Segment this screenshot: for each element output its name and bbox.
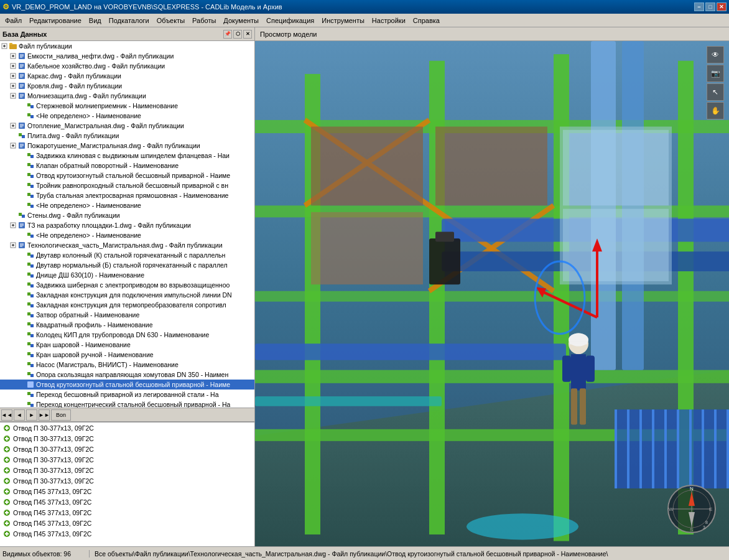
tree-item[interactable]: Кровля.dwg - Файл публикации — [0, 81, 254, 91]
list-item-icon — [2, 424, 11, 432]
tree-item[interactable]: Кабельное хозяйство.dwg - Файл публикаци… — [0, 61, 254, 71]
tree-item[interactable]: <Не определено> - Наименование — [0, 111, 254, 121]
tree-expand-icon[interactable] — [9, 72, 17, 80]
close-button[interactable]: ✕ — [717, 2, 727, 11]
tree-item[interactable]: Тройник равнопроходный стальной бесшовны… — [0, 180, 254, 190]
list-item[interactable]: Отвод П 30-377х13, 09Г2С — [0, 444, 254, 454]
tree-item[interactable]: Задвижка шиберная с электроприводом во в… — [0, 280, 254, 290]
tree-expand-icon[interactable] — [9, 91, 17, 100]
tree-item[interactable]: Насос (Магистраль, ВНИИСТ) - Наименовани… — [0, 360, 254, 370]
menu-item-documents[interactable]: Документы — [220, 16, 262, 26]
bottom-list[interactable]: Отвод П 30-377х13, 09Г2СОтвод П 30-377х1… — [0, 422, 254, 546]
tree-item[interactable]: <Не определено> - Наименование — [0, 230, 254, 240]
tree-item[interactable]: Каркас.dwg - Файл публикации — [0, 71, 254, 81]
menu-item-objects[interactable]: Объекты — [153, 16, 188, 26]
list-item[interactable]: Отвод П 30-377х13, 09Г2С — [0, 433, 254, 444]
tree-item[interactable]: Стержневой молниеприемник - Наименование — [0, 101, 254, 111]
tree-item[interactable]: Колодец КИП для трубопровода DN 630 - На… — [0, 330, 254, 340]
tree-item[interactable]: Опора скользящая направляющая хомутовая … — [0, 370, 254, 380]
tree-item[interactable]: Труба стальная электросварная прямошовна… — [0, 190, 254, 200]
tree-item[interactable]: Кран шаровой - Наименование — [0, 340, 254, 350]
list-item[interactable]: Отвод П45 377х13, 09Г2С — [0, 518, 254, 528]
list-item-label: Отвод П45 377х13, 09Г2С — [13, 488, 91, 495]
menu-item-subcatalogs[interactable]: Подкаталоги — [105, 16, 153, 26]
tree-expand-icon[interactable] — [9, 141, 17, 150]
list-item[interactable]: Отвод П45 377х13, 09Г2С — [0, 528, 254, 539]
menu-item-tools[interactable]: Инструменты — [318, 16, 368, 26]
tree-expand-icon[interactable] — [9, 241, 17, 250]
tree-item-label: Задвижка клиновая с выдвижным шпинделем … — [36, 152, 230, 159]
tree-item[interactable]: Отвод крутоизогнутый стальной бесшовный … — [0, 380, 254, 390]
svg-rect-105 — [30, 324, 34, 327]
tree-area[interactable]: Файл публикацииЕмкости_налива_нефти.dwg … — [0, 41, 254, 408]
tree-expand-icon[interactable] — [9, 221, 17, 230]
tree-item[interactable]: Файл публикации — [0, 41, 254, 51]
tree-item[interactable]: Двутавр нормальный (Б) стальной горячека… — [0, 260, 254, 270]
menu-item-settings[interactable]: Настройки — [368, 16, 409, 26]
menu-item-edit[interactable]: Редактирование — [26, 16, 85, 26]
tree-item[interactable]: Затвор обратный - Наименование — [0, 310, 254, 320]
tree-item[interactable]: Отвод крутоизогнутый стальной бесшовный … — [0, 170, 254, 180]
nav-next-button[interactable]: ► — [26, 409, 37, 421]
tree-item[interactable]: Переход концентрический стальной бесшовн… — [0, 399, 254, 408]
tree-item[interactable]: Кран шаровой ручной - Наименование — [0, 350, 254, 360]
tree-item[interactable]: Отопление_Магистральная.dwg - Файл публи… — [0, 121, 254, 131]
tree-item[interactable]: <Не определено> - Наименование — [0, 200, 254, 210]
viewport-area[interactable]: 👁 📷 ↖ ✋ — [255, 41, 729, 546]
eye-tool-button[interactable]: 👁 — [707, 46, 724, 63]
list-item[interactable]: Отвод П 30-377х13, 09Г2С — [0, 454, 254, 465]
tree-item[interactable]: Молниезащита.dwg - Файл публикации — [0, 91, 254, 101]
list-item[interactable]: Отвод П 30-377х13, 09Г2С — [0, 465, 254, 475]
tree-expand-icon[interactable] — [9, 62, 17, 70]
panel-float-button[interactable]: ⬡ — [233, 30, 242, 39]
tree-item[interactable]: Закладная конструкция для термопреобразо… — [0, 300, 254, 310]
tree-item[interactable]: Плита.dwg - Файл публикации — [0, 131, 254, 141]
tree-item[interactable]: Днище ДШ 630(10) - Наименование — [0, 270, 254, 280]
tree-expand-icon[interactable] — [9, 82, 17, 90]
tree-item[interactable]: Клапан обратный поворотный - Наименовани… — [0, 161, 254, 170]
tree-expand-icon[interactable] — [9, 52, 17, 60]
camera-tool-button[interactable]: 📷 — [707, 65, 724, 82]
cursor-tool-button[interactable]: ↖ — [707, 83, 724, 101]
tree-item[interactable]: ТЗ на разработку площадки-1.dwg - Файл п… — [0, 220, 254, 230]
tree-item[interactable]: Двутавр колонный (К) стальной горячеката… — [0, 250, 254, 260]
tree-item[interactable]: Закладная конструкция для подключения им… — [0, 290, 254, 300]
list-item[interactable]: Отвод П45 377х13, 09Г2С — [0, 507, 254, 518]
nav-bon-button[interactable]: Bon — [51, 409, 71, 421]
tree-item[interactable]: Квадратный профиль - Наименование — [0, 320, 254, 330]
panel-pin-button[interactable]: 📌 — [223, 30, 232, 39]
tree-item-icon — [26, 111, 35, 120]
svg-rect-66 — [27, 183, 30, 186]
panel-close-button[interactable]: ✕ — [243, 30, 252, 39]
minimize-button[interactable]: − — [694, 2, 704, 11]
tree-item-label: Молниезащита.dwg - Файл публикации — [27, 92, 146, 100]
panel-title: База Данных — [2, 30, 47, 38]
tree-item-label: Квадратный профиль - Наименование — [36, 321, 153, 329]
tree-expand-icon — [17, 301, 26, 309]
menu-item-file[interactable]: Файл — [1, 16, 26, 26]
tree-item[interactable]: Переход бесшовный приварной из легирован… — [0, 390, 254, 399]
list-item[interactable]: Отвод П 30-377х13, 09Г2С — [0, 422, 254, 433]
tree-item[interactable]: Задвижка клиновая с выдвижным шпинделем … — [0, 151, 254, 161]
menu-item-view[interactable]: Вид — [85, 16, 105, 26]
maximize-button[interactable]: □ — [705, 2, 715, 11]
tree-expand-icon[interactable] — [9, 121, 17, 130]
tree-expand-icon[interactable] — [0, 42, 9, 50]
nav-last-button[interactable]: ►► — [39, 409, 50, 421]
menu-item-works[interactable]: Работы — [188, 16, 220, 26]
list-item[interactable]: Отвод П45 377х13, 09Г2С — [0, 486, 254, 497]
tree-item[interactable]: Емкости_налива_нефти.dwg - Файл публикац… — [0, 51, 254, 61]
menu-item-specs[interactable]: Спецификация — [262, 16, 318, 26]
tree-item-icon — [26, 191, 35, 200]
nav-prev-button[interactable]: ◄ — [14, 409, 25, 421]
list-item[interactable]: Отвод П45 377х13, 09Г2С — [0, 497, 254, 507]
list-item[interactable]: Отвод П 30-377х13, 09Г2С — [0, 475, 254, 486]
tree-item[interactable]: Технологическая_часть_Магистральная.dwg … — [0, 240, 254, 250]
tree-item[interactable]: Стены.dwg - Файл публикации — [0, 210, 254, 220]
tree-item[interactable]: Пожаротушение_Магистральная.dwg - Файл п… — [0, 141, 254, 151]
nav-first-button[interactable]: ◄◄ — [1, 409, 12, 421]
menu-item-help[interactable]: Справка — [409, 16, 443, 26]
hand-tool-button[interactable]: ✋ — [707, 102, 724, 119]
svg-rect-64 — [27, 173, 30, 176]
tree-item-label: Каркас.dwg - Файл публикации — [27, 72, 121, 80]
